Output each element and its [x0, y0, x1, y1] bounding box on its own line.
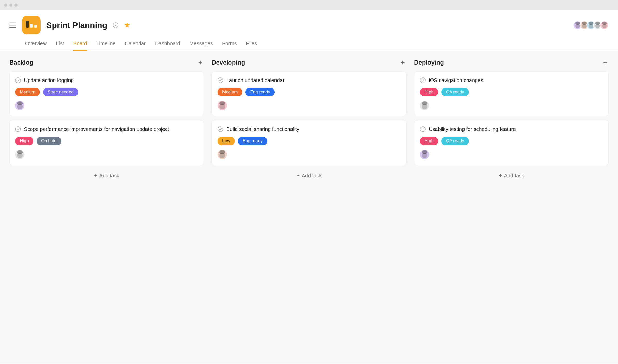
- task-title: Build social sharing functionality: [226, 126, 299, 133]
- task-card[interactable]: Launch updated calendarMediumEng ready: [212, 71, 406, 116]
- task-card[interactable]: Scope performance improvements for navig…: [9, 120, 204, 165]
- add-task-label: Add task: [99, 173, 119, 179]
- svg-point-1: [115, 24, 116, 24]
- tab-messages[interactable]: Messages: [190, 38, 213, 51]
- add-task-plus-icon[interactable]: +: [197, 59, 204, 66]
- tab-overview[interactable]: Overview: [25, 38, 47, 51]
- task-tags: MediumEng ready: [218, 88, 400, 96]
- column-title: Developing: [212, 59, 245, 66]
- task-tags: HighOn hold: [15, 137, 198, 145]
- tag[interactable]: High: [420, 88, 438, 96]
- kanban-board: Backlog+Update action loggingMediumSpec …: [0, 51, 618, 364]
- complete-check-icon[interactable]: [420, 77, 426, 83]
- task-title: Launch updated calendar: [226, 77, 285, 84]
- tag[interactable]: QA ready: [441, 137, 469, 145]
- assignee-avatar[interactable]: [218, 101, 227, 110]
- svg-point-5: [218, 78, 223, 83]
- add-task-plus-icon[interactable]: +: [602, 59, 609, 66]
- task-title: Usability testing for scheduling feature: [429, 126, 516, 133]
- column-header: Backlog+: [9, 59, 204, 66]
- svg-point-7: [420, 78, 425, 83]
- project-title: Sprint Planning: [46, 21, 107, 30]
- task-card[interactable]: iOS navigation changesHighQA ready: [414, 71, 609, 116]
- plus-icon: +: [296, 173, 300, 179]
- complete-check-icon[interactable]: [15, 77, 21, 83]
- tag[interactable]: Eng ready: [245, 88, 275, 96]
- plus-icon: +: [499, 173, 502, 179]
- tag[interactable]: High: [420, 137, 438, 145]
- task-card[interactable]: Update action loggingMediumSpec needed: [9, 71, 204, 116]
- complete-check-icon[interactable]: [15, 126, 21, 132]
- task-title: Scope performance improvements for navig…: [24, 126, 169, 133]
- tab-board[interactable]: Board: [73, 38, 87, 51]
- project-icon: [22, 16, 41, 34]
- window-minimize-dot[interactable]: [9, 4, 12, 7]
- task-title: iOS navigation changes: [429, 77, 483, 84]
- assignee-avatar[interactable]: [420, 101, 429, 110]
- complete-check-icon[interactable]: [218, 126, 223, 132]
- assignee-avatar[interactable]: [15, 101, 24, 110]
- member-avatar[interactable]: [600, 21, 609, 30]
- plus-icon: +: [94, 173, 97, 179]
- star-icon[interactable]: [124, 22, 130, 28]
- add-task-button[interactable]: +Add task: [91, 171, 123, 180]
- tag[interactable]: Low: [218, 137, 235, 145]
- board-column: Developing+Launch updated calendarMedium…: [212, 59, 406, 343]
- assignee-avatar[interactable]: [218, 150, 227, 159]
- window-titlebar: [0, 0, 618, 10]
- column-title: Deploying: [414, 59, 444, 66]
- tag[interactable]: Medium: [218, 88, 242, 96]
- column-title: Backlog: [9, 59, 33, 66]
- tab-calendar[interactable]: Calendar: [125, 38, 146, 51]
- board-column: Deploying+iOS navigation changesHighQA r…: [414, 59, 609, 343]
- task-tags: LowEng ready: [218, 137, 400, 145]
- svg-point-6: [218, 127, 223, 132]
- task-card[interactable]: Usability testing for scheduling feature…: [414, 120, 609, 165]
- add-task-label: Add task: [504, 173, 524, 179]
- svg-point-3: [15, 78, 21, 83]
- task-title: Update action logging: [24, 77, 74, 84]
- tab-timeline[interactable]: Timeline: [96, 38, 116, 51]
- task-tags: HighQA ready: [420, 88, 603, 96]
- tag[interactable]: High: [15, 137, 33, 145]
- assignee-avatar[interactable]: [15, 150, 24, 159]
- window-zoom-dot[interactable]: [14, 4, 18, 7]
- svg-point-8: [420, 127, 425, 132]
- tag[interactable]: QA ready: [441, 88, 469, 96]
- project-tabs: OverviewListBoardTimelineCalendarDashboa…: [25, 38, 609, 51]
- info-icon[interactable]: [113, 22, 118, 28]
- svg-point-4: [15, 127, 21, 132]
- tag[interactable]: On hold: [37, 137, 61, 145]
- add-task-label: Add task: [302, 173, 322, 179]
- tab-files[interactable]: Files: [246, 38, 257, 51]
- add-task-plus-icon[interactable]: +: [399, 59, 406, 66]
- add-task-button[interactable]: +Add task: [496, 171, 527, 180]
- project-members[interactable]: [573, 21, 609, 30]
- board-column: Backlog+Update action loggingMediumSpec …: [9, 59, 204, 343]
- hamburger-menu-icon[interactable]: [9, 22, 16, 28]
- tag[interactable]: Spec needed: [43, 88, 78, 96]
- task-tags: HighQA ready: [420, 137, 603, 145]
- add-task-button[interactable]: +Add task: [293, 171, 325, 180]
- tab-list[interactable]: List: [56, 38, 64, 51]
- task-card[interactable]: Build social sharing functionalityLowEng…: [212, 120, 406, 165]
- complete-check-icon[interactable]: [420, 126, 426, 132]
- tab-forms[interactable]: Forms: [222, 38, 237, 51]
- column-header: Developing+: [212, 59, 406, 66]
- tab-dashboard[interactable]: Dashboard: [155, 38, 180, 51]
- svg-rect-2: [115, 25, 116, 26]
- tag[interactable]: Medium: [15, 88, 40, 96]
- task-tags: MediumSpec needed: [15, 88, 198, 96]
- tag[interactable]: Eng ready: [238, 137, 267, 145]
- assignee-avatar[interactable]: [420, 150, 429, 159]
- complete-check-icon[interactable]: [218, 77, 223, 83]
- column-header: Deploying+: [414, 59, 609, 66]
- window-close-dot[interactable]: [4, 4, 7, 7]
- project-header: Sprint Planning OverviewListBoardTimelin…: [0, 10, 618, 51]
